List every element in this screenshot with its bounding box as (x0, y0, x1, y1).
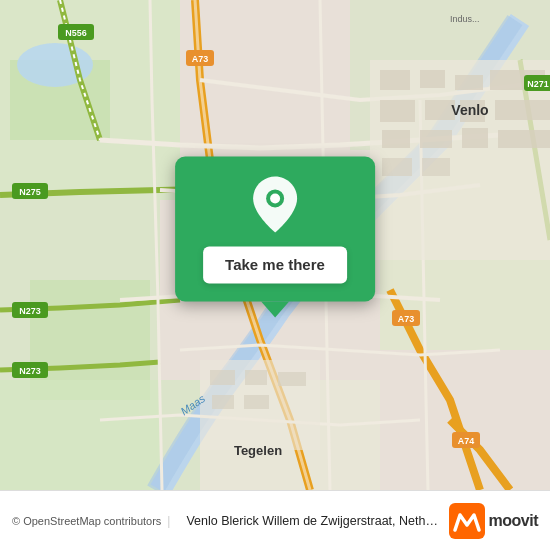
svg-text:N275: N275 (19, 187, 41, 197)
svg-text:A73: A73 (398, 314, 415, 324)
take-me-there-button[interactable]: Take me there (203, 246, 347, 283)
moovit-brand-icon (449, 503, 485, 539)
svg-rect-20 (420, 130, 452, 148)
svg-rect-27 (245, 370, 267, 385)
svg-rect-11 (380, 70, 410, 90)
svg-rect-13 (455, 75, 483, 90)
svg-rect-30 (244, 395, 269, 409)
moovit-brand-text: moovit (489, 512, 538, 530)
popup-triangle (261, 301, 289, 317)
svg-text:N271: N271 (527, 79, 549, 89)
svg-text:N273: N273 (19, 366, 41, 376)
svg-text:Indus...: Indus... (450, 14, 480, 24)
svg-text:A73: A73 (192, 54, 209, 64)
popup-box: Take me there (175, 156, 375, 301)
svg-rect-22 (498, 130, 550, 148)
popup-overlay: Take me there (175, 156, 375, 317)
svg-text:Venlo: Venlo (451, 102, 488, 118)
bottom-bar: © OpenStreetMap contributors | Venlo Ble… (0, 490, 550, 550)
svg-rect-23 (382, 158, 412, 176)
svg-rect-24 (422, 158, 450, 176)
svg-rect-26 (210, 370, 235, 385)
location-pin-icon (249, 174, 301, 236)
svg-rect-29 (212, 395, 234, 409)
svg-text:N556: N556 (65, 28, 87, 38)
svg-rect-15 (380, 100, 415, 122)
svg-rect-54 (449, 503, 485, 539)
map-container: N556 A73 A73 N275 N273 N273 A74 N271 Ven… (0, 0, 550, 490)
location-label: Venlo Blerick Willem de Zwijgerstraat, N… (186, 514, 438, 528)
svg-rect-18 (495, 100, 550, 120)
svg-text:Tegelen: Tegelen (234, 443, 282, 458)
svg-rect-21 (462, 128, 488, 148)
svg-point-53 (270, 193, 280, 203)
moovit-logo: moovit (449, 503, 538, 539)
svg-text:A74: A74 (458, 436, 475, 446)
svg-rect-12 (420, 70, 445, 88)
svg-rect-19 (382, 130, 410, 148)
svg-rect-28 (278, 372, 306, 386)
svg-text:N273: N273 (19, 306, 41, 316)
copyright-text: © OpenStreetMap contributors (12, 515, 161, 527)
